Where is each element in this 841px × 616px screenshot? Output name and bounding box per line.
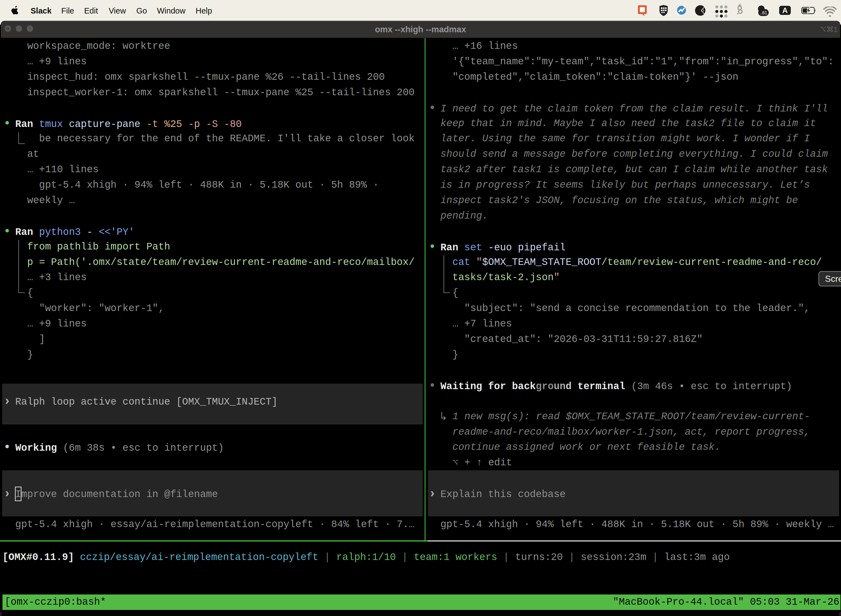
svg-text:..61: ..61 (760, 10, 767, 15)
